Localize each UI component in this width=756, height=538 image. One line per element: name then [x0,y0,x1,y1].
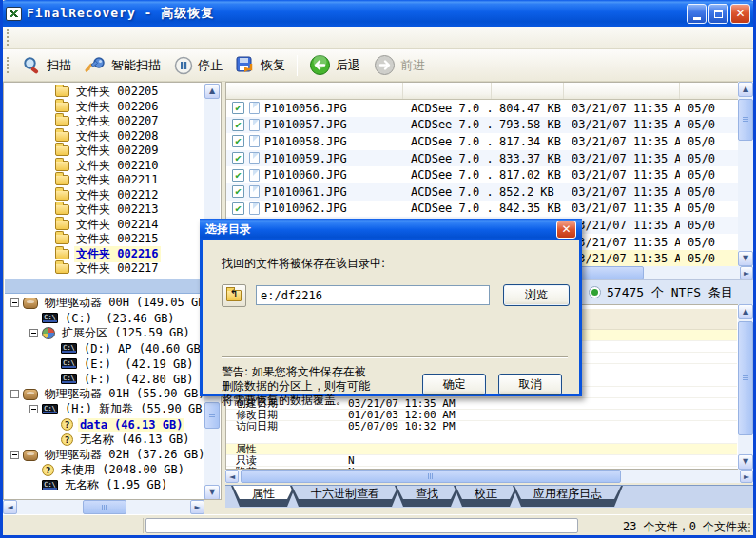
file-row[interactable]: P1010062.JPG ACDSee 7.0 ... 842.35 KB 03… [226,201,739,218]
expander-icon[interactable] [10,390,19,398]
scroll-thumb[interactable] [83,500,126,514]
folder-tree-item[interactable]: 文件夹 002210 [5,159,206,174]
minimize-button[interactable] [687,4,707,24]
folder-tree-item[interactable]: 文件夹 002205 [5,85,206,100]
expander-icon[interactable] [29,405,38,413]
file-list-vertical-scrollbar[interactable]: ▲ ▼ [738,82,753,266]
scroll-left-icon[interactable]: ◄ [3,500,17,514]
file-row[interactable]: P1010059.JPG ACDSee 7.0 ... 833.37 KB 03… [226,150,739,167]
scroll-right-icon[interactable]: ► [740,470,753,483]
scroll-down-icon[interactable]: ▼ [204,485,220,500]
tab[interactable]: 应用程序日志 [513,486,623,507]
folder-tree-item[interactable]: 文件夹 002208 [5,129,206,144]
folder-tree-item[interactable]: 文件夹 002212 [5,188,206,203]
scan-button[interactable]: 扫描 [15,53,78,77]
property-row[interactable]: 修改日期 01/01/03 12:00 AM [226,410,737,421]
back-button[interactable]: 后退 [302,51,367,79]
file-row[interactable]: P1010057.JPG ACDSee 7.0 ... 793.58 KB 03… [226,117,739,134]
target-path-input[interactable] [256,285,490,305]
column-header[interactable] [226,83,403,99]
tree-splitter[interactable] [5,279,206,294]
scroll-thumb[interactable] [204,402,220,429]
file-row[interactable]: P1010061.JPG ACDSee 7.0 ... 852.2 KB 03/… [226,183,739,201]
column-header[interactable] [403,83,492,99]
tree-horizontal-scrollbar[interactable]: ◄ ► [3,500,204,514]
folder-tree-item[interactable]: 文件夹 002213 [5,202,206,218]
property-row[interactable]: 访问日期 05/07/09 10:32 PM [226,421,737,432]
menu-item[interactable] [15,35,32,41]
ok-button[interactable]: 确定 [422,374,486,395]
folder-tree-item[interactable]: 文件夹 002216 [5,247,206,262]
tab[interactable]: 属性 [231,486,296,507]
resize-grip-icon[interactable] [740,522,751,533]
ntfs-radio-icon[interactable] [589,286,601,298]
scroll-up-icon[interactable]: ▲ [204,84,220,99]
drive-tree-item[interactable]: 物理驱动器 00H (149.05 GB) [5,296,206,311]
scroll-up-icon[interactable]: ▲ [738,82,753,97]
property-row[interactable] [226,432,737,444]
file-checkbox[interactable] [232,185,244,198]
scroll-thumb[interactable] [241,470,621,483]
drive-tree-item[interactable]: 物理驱动器 02H (37.26 GB) [5,448,206,463]
tab[interactable]: 十六进制查看 [290,486,400,507]
drive-tree-item[interactable]: 物理驱动器 01H (55.90 GB) [5,387,206,402]
scroll-right-icon[interactable]: ► [740,266,753,279]
drive-tree-item[interactable]: (C:) (23.46 GB) [5,311,206,326]
recover-button[interactable]: 恢复 [229,53,292,78]
maximize-button[interactable] [708,4,728,24]
drive-tree-item[interactable]: (E:) (42.19 GB) [5,356,206,372]
smart-scan-button[interactable]: 智能扫描 [78,53,167,77]
folder-tree-item[interactable]: 文件夹 002209 [5,144,206,159]
folder-tree-item[interactable]: 文件夹 002207 [5,114,206,129]
folder-tree-item[interactable]: 文件夹 002215 [5,232,206,247]
scroll-down-icon[interactable]: ▼ [738,251,753,266]
menu-item[interactable] [49,35,67,41]
file-checkbox[interactable] [232,202,244,215]
file-checkbox[interactable] [232,152,244,164]
scroll-down-icon[interactable]: ▼ [738,454,753,470]
folder-up-button[interactable] [222,284,246,307]
folder-tree-item[interactable]: 文件夹 002211 [5,173,206,188]
forward-button[interactable]: 前进 [367,51,432,79]
drive-tree-item[interactable]: 无名称 (46.13 GB) [5,432,206,448]
file-checkbox[interactable] [232,102,244,114]
scroll-right-icon[interactable]: ► [190,500,204,514]
expander-icon[interactable] [10,451,19,459]
tab[interactable]: 校正 [454,486,518,507]
property-row[interactable]: 只读 N [226,455,737,467]
folder-tree-item[interactable]: 文件夹 002217 [5,261,206,277]
drive-tree-item[interactable]: (F:) (42.80 GB) [5,372,206,387]
menu-item[interactable] [32,35,49,41]
file-checkbox[interactable] [232,135,244,147]
drive-tree-item[interactable]: 无名称 (1.95 GB) [5,478,206,493]
expander-icon[interactable] [10,298,19,307]
close-button[interactable]: ✕ [730,4,750,24]
scroll-left-icon[interactable]: ◄ [225,470,239,483]
file-row[interactable]: P1010056.JPG ACDSee 7.0 ... 804.47 KB 03… [226,100,739,117]
file-checkbox[interactable] [232,169,244,182]
properties-vertical-scrollbar[interactable]: ▲ ▼ [738,304,753,470]
folder-tree-item[interactable]: 文件夹 002206 [5,100,206,115]
expander-icon[interactable] [29,329,38,337]
stop-button[interactable]: 停止 [167,53,229,78]
drive-tree-item[interactable]: (H:) 新加卷 (55.90 GB) [5,402,206,417]
column-header[interactable] [564,83,680,99]
drive-tree-item[interactable]: data (46.13 GB) [5,417,206,432]
property-row[interactable]: 属性 [226,444,737,455]
folder-tree-item[interactable]: 文件夹 002214 [5,218,206,233]
browse-button[interactable]: 浏览 [503,284,570,306]
drive-tree-item[interactable]: 未使用 (2048.00 GB) [5,463,206,478]
scroll-thumb[interactable] [738,321,753,435]
scroll-thumb[interactable] [738,99,753,141]
properties-horizontal-scrollbar[interactable]: ◄ ► [225,470,753,483]
drive-tree-item[interactable]: (D:) AP (40.60 GB) [5,341,206,356]
drive-tree-item[interactable]: 扩展分区 (125.59 GB) [5,326,206,341]
column-header[interactable] [492,83,564,99]
file-checkbox[interactable] [232,119,244,131]
file-row[interactable]: P1010060.JPG ACDSee 7.0 ... 817.02 KB 03… [226,166,739,183]
scroll-up-icon[interactable]: ▲ [738,304,753,319]
file-row[interactable]: P1010058.JPG ACDSee 7.0 ... 817.34 KB 03… [226,133,739,150]
cancel-button[interactable]: 取消 [498,374,562,395]
dialog-close-button[interactable]: ✕ [556,221,576,239]
tab[interactable]: 查找 [395,486,459,507]
